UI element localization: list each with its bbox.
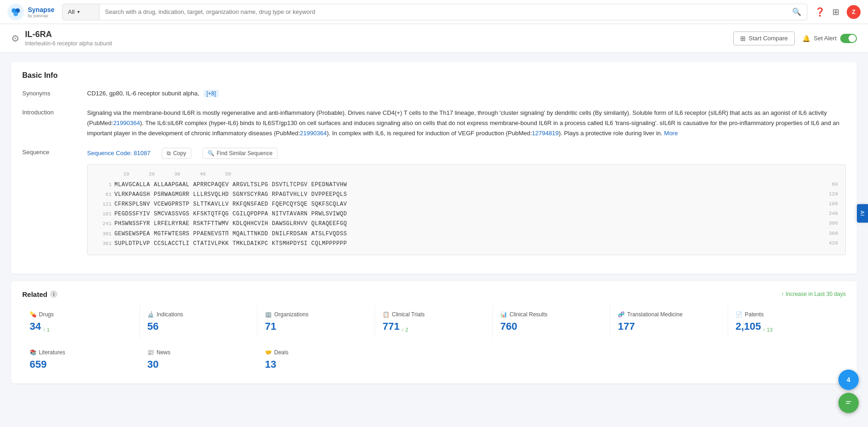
seq-row-end: 420 <box>829 239 838 248</box>
start-compare-button[interactable]: ⊞ Start Compare <box>733 31 795 45</box>
seq-group: DAWSGLRHVV <box>272 220 308 228</box>
seq-groups: PEGDSSFYIVSMCVASSVGSKFSKTQTFQGCGILQPDPPA… <box>114 210 823 219</box>
seq-group: APRRCPAQEV <box>193 181 229 189</box>
related-item-icon-sm: 📰 <box>147 349 154 356</box>
seq-group: SLTTKAVLLV <box>193 200 229 209</box>
seq-group: SUPLDTPLVP <box>114 239 150 248</box>
related-item-icon: 🏢 <box>265 311 272 318</box>
synonyms-more-link[interactable]: [+8] <box>204 90 219 97</box>
related-item[interactable]: 🧬 Translational Medicine 177 <box>610 306 728 338</box>
chevron-down-icon: ▾ <box>77 9 80 14</box>
seq-groups: SUPLDTPLVPCCSLACCТLICTATIVLPKKTMKLDAIKPC… <box>114 239 823 248</box>
search-type-dropdown[interactable]: All ▾ <box>63 4 100 20</box>
related-item-icon: 🧬 <box>618 311 625 318</box>
synonyms-text: CD126, gp80, IL-6 receptor subunit alpha… <box>87 90 199 97</box>
sequence-row-item: 301 GEWSEWSPEAMGTFWTESRSPPAENEVSTПMQALTT… <box>95 230 838 239</box>
svg-point-3 <box>13 12 18 16</box>
seq-groups: PHSWNSSFYRLRFELRYRAERSKTFTTWMVKDLQHHCVIH… <box>114 220 823 228</box>
seq-group: CCSLACCТLI <box>154 239 189 248</box>
logo[interactable]: Synapse by patsnap <box>7 4 55 20</box>
seq-group: GEWSEWSPEA <box>114 230 150 239</box>
related-item-icon: 📊 <box>500 311 507 318</box>
top-navigation: Synapse by patsnap All ▾ 🔍 ❓ ⊞ Z <box>0 0 868 24</box>
related-item[interactable]: 🔬 Indications 56 <box>140 306 258 338</box>
related-item-name: Patents <box>745 311 764 318</box>
seq-row-end: 120 <box>829 190 838 199</box>
related-item-name-sm: Deals <box>274 349 289 356</box>
user-avatar[interactable]: Z <box>847 5 861 19</box>
seq-row-start: 241 <box>95 220 112 228</box>
pubmed-link-3[interactable]: 12794819 <box>532 130 559 137</box>
related-item-sm[interactable]: 🤝 Deals 13 <box>258 345 375 374</box>
sequence-value: Sequence Code: 81087 ⧉ Copy 🔍 Find Simil… <box>87 148 846 255</box>
related-item-icon-sm: 🤝 <box>265 349 272 356</box>
basic-info-card: Basic Info Synonyms CD126, gp80, IL-6 re… <box>11 62 857 274</box>
related-item-value-sm: 13 <box>265 358 368 370</box>
apps-icon[interactable]: ⊞ <box>832 7 839 17</box>
related-item-icon-sm: 📚 <box>30 349 37 356</box>
related-section: Related i ↑ Increase in Last 30 days 💊 D… <box>11 281 857 383</box>
intro-text-4: ). Plays a protective role during liver … <box>559 130 662 137</box>
related-item[interactable]: 📋 Clinical Trials 771 ↑ 2 <box>375 306 493 338</box>
seq-group: ARGVLTSLPG <box>233 181 268 189</box>
side-chat-button[interactable]: AI <box>857 204 868 223</box>
seq-group: QLRAQEEFGQ <box>311 220 347 228</box>
related-item-label: 🔬 Indications <box>147 311 250 318</box>
seq-row-end: 240 <box>829 210 838 218</box>
seq-group: RSKTFTTWMV <box>193 220 229 228</box>
title-left: ⚙ IL-6RA Interleukin-6 receptor alpha su… <box>11 30 112 47</box>
sequence-row: Sequence Sequence Code: 81087 ⧉ Copy 🔍 F… <box>22 148 846 255</box>
related-item-name-sm: Literatures <box>39 349 65 356</box>
seq-group: CFRKSPLSNV <box>114 200 150 209</box>
introduction-row: Introduction Signaling via the membrane-… <box>22 108 846 138</box>
related-grid-2: 📚 Literatures 659 📰 News 30 🤝 Deals 13 <box>22 345 846 374</box>
related-info-icon[interactable]: i <box>50 290 57 298</box>
intro-more-link[interactable]: More <box>664 130 678 137</box>
seq-groups: MLAVGCALLAALLAAPGAALAPRRCPAQEVARGVLTSLPG… <box>114 181 826 189</box>
related-item-icon: 📋 <box>383 311 390 318</box>
seq-group: DNILFRDSAN <box>272 230 308 239</box>
related-item[interactable]: 📄 Patents 2,105 ↑ 13 <box>728 306 846 338</box>
seq-row-start: 61 <box>95 190 112 199</box>
related-item-label: 📄 Patents <box>736 311 838 318</box>
seq-group: NITVTAVARN <box>272 210 308 219</box>
find-similar-button[interactable]: 🔍 Find Similar Sequence <box>202 148 278 159</box>
seq-group: ALLAAPGAAL <box>154 181 189 189</box>
pubmed-link-1[interactable]: 21990364 <box>113 119 140 126</box>
seq-group: CTATIVLPKK <box>193 239 229 248</box>
copy-button[interactable]: ⧉ Copy <box>162 148 191 159</box>
seq-groups: CFRKSPLSNVVCEWGPRSTPSLTTKAVLLVRKFQNSFAED… <box>114 200 823 209</box>
related-item-sm[interactable]: 📚 Literatures 659 <box>22 345 140 374</box>
seq-group: PSRWAGMGRR <box>154 190 189 199</box>
related-item-name: Translational Medicine <box>627 311 683 318</box>
seq-group: MLAVGCALLA <box>114 181 150 189</box>
search-button[interactable]: 🔍 <box>786 7 807 16</box>
related-item-count: 71 <box>265 320 276 333</box>
copy-icon: ⧉ <box>167 150 171 157</box>
seq-group: RKFQNSFAED <box>233 200 268 209</box>
help-icon[interactable]: ❓ <box>815 7 825 17</box>
synonyms-row: Synonyms CD126, gp80, IL-6 receptor subu… <box>22 89 846 99</box>
logo-text: Synapse by patsnap <box>28 6 55 18</box>
float-badge-number[interactable]: 4 <box>838 370 859 390</box>
find-similar-label: Find Similar Sequence <box>217 150 273 157</box>
related-item[interactable]: 📊 Clinical Results 760 <box>493 306 610 338</box>
related-item-label: 📋 Clinical Trials <box>383 311 485 318</box>
related-item[interactable]: 🏢 Organizations 71 <box>258 306 375 338</box>
pubmed-link-2[interactable]: 21990364 <box>300 130 327 137</box>
page-title: IL-6RA <box>25 30 112 39</box>
compare-icon: ⊞ <box>740 35 746 42</box>
alert-toggle[interactable] <box>840 34 857 43</box>
seq-group: PPAENEVSTП <box>193 230 229 239</box>
related-item-name: Organizations <box>274 311 308 318</box>
search-input[interactable] <box>100 4 786 20</box>
seq-group: KTSMHPDYSI <box>272 239 308 248</box>
synonyms-value: CD126, gp80, IL-6 receptor subunit alpha… <box>87 89 846 99</box>
related-item-value: 2,105 ↑ 13 <box>736 320 838 333</box>
search-type-label: All <box>68 8 75 15</box>
sequence-code-link[interactable]: Sequence Code: 81087 <box>87 149 151 158</box>
toggle-knob <box>849 35 856 42</box>
related-item-sm[interactable]: 📰 News 30 <box>140 345 258 374</box>
related-item[interactable]: 💊 Drugs 34 ↑ 1 <box>22 306 140 338</box>
seq-group: CGILQPDPPA <box>233 210 268 219</box>
